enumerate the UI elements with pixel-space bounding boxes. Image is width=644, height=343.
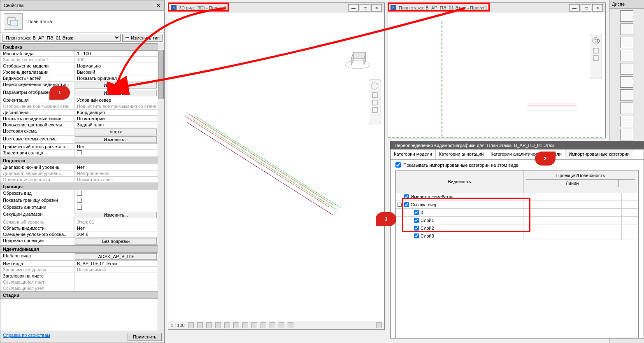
view-3d-canvas[interactable] bbox=[168, 13, 384, 321]
type-selector[interactable]: План этажа: В_АР_ПЭ_01 Этаж bbox=[2, 34, 121, 42]
navigation-bar[interactable]: 2D bbox=[590, 34, 602, 79]
category-row[interactable]: 0 bbox=[396, 209, 638, 217]
group-header[interactable]: Подложка⌃ bbox=[0, 157, 164, 164]
dialog-title[interactable]: Переопределения видимости/графики для: П… bbox=[391, 141, 644, 149]
close-button[interactable]: ✕ bbox=[371, 4, 382, 12]
dispatcher-icon[interactable] bbox=[620, 103, 633, 114]
show-imported-checkbox[interactable] bbox=[395, 162, 401, 168]
group-header[interactable]: Границы⌃ bbox=[0, 183, 164, 190]
minimize-button[interactable]: — bbox=[348, 4, 359, 12]
property-value[interactable] bbox=[74, 197, 164, 204]
view-plan-titlebar[interactable]: R План этажа: В_АР_ПЭ_01 Этаж - Проект1 … bbox=[388, 3, 605, 13]
property-value[interactable]: <нет> bbox=[75, 128, 157, 135]
col-lines[interactable]: Линии bbox=[526, 180, 619, 187]
property-value[interactable]: Изменить... bbox=[75, 82, 157, 89]
category-checkbox[interactable] bbox=[414, 233, 419, 238]
dispatcher-icon[interactable] bbox=[620, 37, 633, 48]
property-value[interactable]: Нормально bbox=[74, 63, 164, 69]
maximize-button[interactable]: ▭ bbox=[360, 4, 370, 12]
close-icon[interactable]: ✕ bbox=[156, 2, 161, 9]
dispatcher-icon[interactable] bbox=[620, 76, 633, 88]
status-icon[interactable] bbox=[242, 322, 248, 328]
property-value[interactable]: ADSK_АР_В_ПЭ bbox=[75, 253, 157, 260]
view-3d-titlebar[interactable]: R 3D вид: {3D} - Проект1 — ▭ ✕ bbox=[168, 3, 384, 13]
col-visibility[interactable]: Видимость bbox=[396, 170, 523, 193]
category-row[interactable]: Слой3 bbox=[396, 232, 638, 240]
close-button[interactable]: ✕ bbox=[592, 4, 603, 12]
status-icon[interactable] bbox=[188, 322, 194, 328]
dialog-tab[interactable]: Импортированные категории bbox=[565, 149, 633, 159]
property-value[interactable]: Показать оригинал bbox=[74, 75, 164, 81]
category-checkbox[interactable] bbox=[414, 210, 419, 215]
category-checkbox[interactable] bbox=[404, 202, 409, 207]
apply-button[interactable]: Применить bbox=[128, 333, 162, 341]
property-value[interactable] bbox=[74, 204, 164, 211]
property-value[interactable]: В_АР_ПЭ_01 Этаж bbox=[74, 261, 164, 266]
status-icon[interactable] bbox=[251, 322, 257, 328]
category-row[interactable]: Слой1 bbox=[396, 217, 638, 224]
dialog-tab[interactable]: Категории модели bbox=[391, 149, 436, 159]
property-value[interactable]: Задний план bbox=[74, 122, 164, 128]
group-header[interactable]: Идентификация⌃ bbox=[0, 245, 164, 253]
property-value[interactable] bbox=[74, 279, 164, 285]
property-value[interactable]: 100 bbox=[74, 57, 164, 63]
category-row[interactable]: - Ссылка.dwg bbox=[396, 201, 638, 209]
property-value[interactable]: Изменить... bbox=[75, 136, 157, 143]
properties-help-link[interactable]: Справка по свойствам bbox=[3, 333, 50, 341]
property-value[interactable] bbox=[74, 150, 164, 156]
property-value[interactable]: 304,8 bbox=[74, 231, 164, 237]
dispatcher-icon[interactable] bbox=[620, 116, 633, 127]
status-icon[interactable] bbox=[288, 322, 293, 328]
edit-type-button[interactable]: ☰ Изменить тип bbox=[122, 34, 163, 42]
col-projection[interactable]: Проекция/Поверхность Линии bbox=[523, 170, 638, 193]
dispatcher-icon[interactable] bbox=[620, 63, 633, 75]
category-checkbox[interactable] bbox=[404, 194, 409, 199]
property-value[interactable]: Этаж 01 bbox=[74, 219, 164, 225]
property-value[interactable]: Нет bbox=[74, 164, 164, 170]
dialog-tab[interactable]: Категории аннотаций bbox=[436, 149, 487, 159]
dispatcher-icon[interactable] bbox=[620, 50, 633, 61]
property-value[interactable]: 1 : 100 bbox=[74, 51, 164, 56]
property-value[interactable]: Независимый bbox=[74, 267, 164, 273]
category-checkbox[interactable] bbox=[414, 218, 419, 223]
view-plan-canvas[interactable]: 2D bbox=[388, 13, 605, 138]
status-icon[interactable] bbox=[233, 322, 239, 328]
group-header[interactable]: Стадии⌃ bbox=[0, 292, 164, 299]
status-icon[interactable] bbox=[197, 322, 203, 328]
tree-expander-icon[interactable]: - bbox=[398, 203, 402, 207]
group-header[interactable]: Графика⌃ bbox=[0, 43, 164, 51]
property-value[interactable]: Изменить... bbox=[75, 90, 157, 96]
status-icon[interactable] bbox=[224, 322, 230, 328]
property-value[interactable] bbox=[74, 285, 164, 291]
dispatcher-icon[interactable] bbox=[620, 10, 633, 22]
property-value[interactable]: Посмотреть вниз bbox=[74, 177, 164, 182]
property-value[interactable]: Координация bbox=[74, 110, 164, 115]
property-value[interactable]: По категории bbox=[74, 116, 164, 121]
property-value[interactable]: Подчистить все примыкания со стенами bbox=[74, 103, 164, 109]
status-icon[interactable] bbox=[260, 322, 266, 328]
property-value[interactable]: Без подрезки bbox=[75, 238, 157, 245]
property-value[interactable]: Нет bbox=[74, 144, 164, 149]
category-row[interactable]: Слой2 bbox=[396, 224, 638, 232]
status-icon[interactable] bbox=[376, 322, 382, 328]
category-row[interactable]: Импорт в семейства bbox=[396, 193, 638, 201]
property-value[interactable]: Нет bbox=[74, 225, 164, 231]
dispatcher-icon[interactable] bbox=[620, 23, 633, 35]
minimize-button[interactable]: — bbox=[569, 4, 580, 12]
category-checkbox[interactable] bbox=[414, 226, 419, 231]
dispatcher-icon[interactable] bbox=[620, 89, 633, 101]
status-icon[interactable] bbox=[215, 322, 221, 328]
property-value[interactable]: Высокий bbox=[74, 69, 164, 75]
property-value[interactable]: Изменить... bbox=[75, 212, 157, 218]
status-icon[interactable] bbox=[270, 322, 275, 328]
dispatcher-icon[interactable] bbox=[620, 129, 633, 140]
status-icon[interactable] bbox=[279, 322, 284, 328]
status-icon[interactable] bbox=[206, 322, 212, 328]
property-value[interactable] bbox=[74, 273, 164, 279]
property-value[interactable] bbox=[74, 190, 164, 197]
scale-label[interactable]: 1 : 100 bbox=[171, 323, 185, 328]
maximize-button[interactable]: ▭ bbox=[581, 4, 591, 12]
property-value[interactable]: Неограниченно bbox=[74, 170, 164, 176]
vertical-scrollbar[interactable] bbox=[158, 43, 164, 331]
property-value[interactable]: Условный север bbox=[74, 97, 164, 103]
